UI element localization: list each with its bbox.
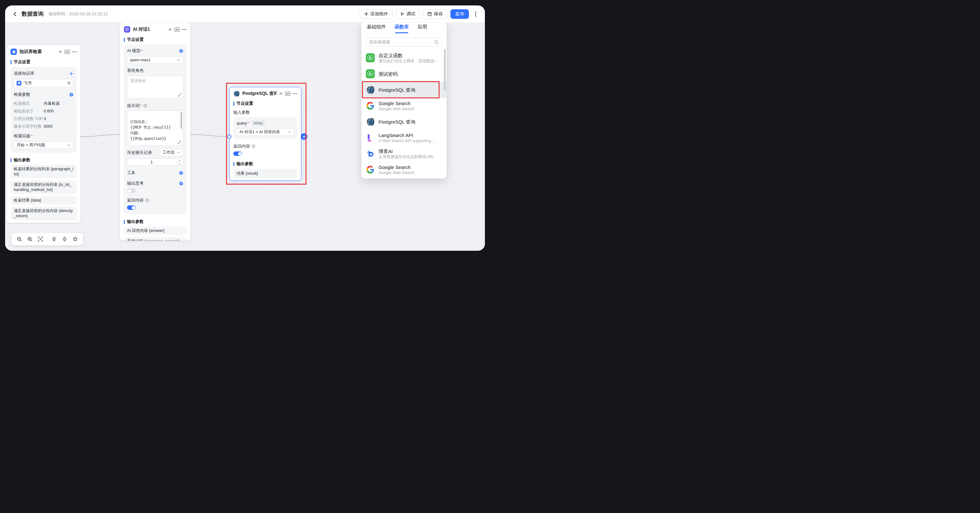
list-item-bocha-ai[interactable]: 博查AI从博查搜索任何信息和网页URL: [361, 146, 447, 162]
search-icon: [434, 40, 439, 45]
save-icon: [428, 12, 432, 16]
debug-button[interactable]: 调试: [396, 9, 420, 19]
zoom-out-button[interactable]: [15, 236, 23, 243]
list-item-google-search[interactable]: Google SearchGoogle Web Search: [361, 98, 447, 114]
query-value-select[interactable]: AI 对话1 > AI 回答内容: [237, 128, 294, 136]
thinking-toggle[interactable]: [127, 188, 136, 193]
prompt-scrollbar[interactable]: [181, 112, 182, 129]
history-rounds-input[interactable]: [127, 160, 176, 164]
node-more-icon[interactable]: [293, 93, 297, 94]
more-menu-button[interactable]: [472, 10, 479, 18]
prompt-input[interactable]: 已知信息: {{MCP 节点.result}} 问题: {{开始.questio…: [127, 110, 183, 146]
bocha-ai-icon: [366, 149, 375, 158]
node-header-actions: all: [279, 92, 297, 96]
chevron-down-icon: [177, 151, 180, 154]
back-button[interactable]: [11, 10, 19, 18]
zoom-in-icon: [27, 236, 33, 242]
section-node-settings: 节点设置: [229, 99, 301, 108]
node-header-actions: all: [168, 27, 186, 32]
fx-icon: fx: [366, 69, 375, 78]
node-more-icon[interactable]: [72, 51, 76, 53]
section-node-settings: 节点设置: [120, 35, 190, 45]
search-input[interactable]: [369, 40, 432, 45]
model-select[interactable]: qwen-max1: [127, 56, 183, 64]
run-data-icon[interactable]: all: [174, 27, 180, 32]
node-knowledge-retrieval[interactable]: 知识库检索 all 节点设置 选择知识库 飞书: [7, 45, 80, 223]
expand-nodes-button[interactable]: [61, 236, 68, 243]
retrieve-params-gear-icon[interactable]: [69, 92, 73, 97]
stepper-down[interactable]: [176, 162, 183, 166]
list-item-test-password[interactable]: fx 测试密码: [361, 66, 447, 82]
output-row: 检索结果的分段列表 {paragraph_list}: [11, 165, 76, 178]
tab-basic-components[interactable]: 基础组件: [367, 24, 386, 33]
node-header: PostgreSQL 查询 all: [229, 87, 301, 99]
history-rounds-field: [127, 158, 183, 166]
list-item-google-search[interactable]: Google SearchGoogle Web Search: [361, 162, 447, 178]
panel-scrollbar[interactable]: [444, 49, 445, 91]
model-settings-gear-icon[interactable]: [179, 49, 183, 53]
arrow-left-icon: [12, 11, 18, 17]
info-icon: [251, 144, 255, 148]
section-outputs: 输出参数: [7, 155, 80, 165]
output-row: 满足直接回答的分段内容 {directly_return}: [11, 207, 76, 220]
return-content-toggle[interactable]: [127, 206, 136, 210]
zoom-in-button[interactable]: [26, 236, 33, 243]
tab-function-library[interactable]: 函数库: [395, 24, 409, 33]
beautify-layout-button[interactable]: [72, 236, 79, 243]
history-label: 历史聊天记录: [127, 150, 152, 156]
thinking-gear-icon[interactable]: [179, 182, 183, 186]
list-item-langsearch-api[interactable]: LangSearch APIA Web Search API supportin…: [361, 130, 447, 146]
collapse-icon[interactable]: [279, 92, 283, 96]
list-item-postgresql-query-highlighted[interactable]: PostgreSQL 查询: [361, 82, 447, 98]
node-postgres-query[interactable]: PostgreSQL 查询 all 节点设置 输入参数 query* strin…: [229, 87, 301, 181]
system-role-input[interactable]: [127, 76, 183, 98]
select-kb-label: 选择知识库: [14, 70, 35, 76]
param-name: query: [237, 121, 247, 126]
return-content-toggle[interactable]: [233, 151, 242, 156]
system-role-box: [127, 76, 183, 99]
play-icon: [400, 12, 404, 16]
tools-label: 工具: [127, 170, 135, 176]
run-data-icon[interactable]: all: [285, 92, 291, 96]
history-mode-select[interactable]: 工作流: [160, 149, 183, 156]
node-title: 知识库检索: [19, 49, 42, 55]
section-node-settings: 节点设置: [7, 57, 80, 67]
add-next-node-button[interactable]: +: [301, 133, 307, 140]
add-kb-icon[interactable]: [69, 72, 73, 76]
kb-chip-icon: [17, 81, 21, 86]
saved-time: 保存时间：2025-03-25 21:22:12: [49, 11, 108, 17]
header-actions: 添加组件 调试 保存 发布: [360, 9, 479, 19]
list-item-custom-function[interactable]: fx 自定义函数通过执行自定义脚本，实现数据处理: [361, 50, 447, 66]
tab-apps[interactable]: 应用: [418, 24, 427, 33]
input-port[interactable]: [227, 134, 231, 139]
question-source-select[interactable]: 开始 > 用户问题: [14, 142, 73, 149]
remove-kb-icon[interactable]: [67, 81, 70, 84]
expand-icon[interactable]: [178, 140, 181, 144]
return-content-label: 返回内容: [233, 143, 250, 149]
collapse-nodes-button[interactable]: [51, 236, 58, 243]
thinking-label: 输出思考: [127, 180, 144, 186]
tools-gear-icon[interactable]: [179, 171, 183, 175]
app-header: 数据查询 保存时间：2025-03-25 21:22:12 添加组件 调试 保存…: [5, 5, 485, 23]
collapse-icon[interactable]: [168, 27, 172, 31]
publish-button[interactable]: 发布: [450, 9, 469, 19]
node-ai-chat[interactable]: AI 对话1 all 节点设置 AI 模型* qwen-max1: [120, 23, 190, 241]
stepper-up[interactable]: [176, 159, 183, 162]
debug-label: 调试: [406, 11, 415, 17]
node-more-icon[interactable]: [182, 29, 186, 30]
fx-icon: fx: [366, 53, 375, 62]
list-item-postgresql-query[interactable]: PostgreSQL 查询: [361, 114, 447, 130]
publish-label: 发布: [455, 11, 464, 17]
output-row: 思考过程 {reasoning_content}: [124, 237, 186, 241]
run-data-icon[interactable]: all: [64, 50, 70, 54]
collapse-icon[interactable]: [59, 50, 62, 54]
output-row: 满足直接回答的分段列表 {is_hit_handling_method_list…: [11, 180, 76, 194]
expand-icon[interactable]: [178, 93, 181, 97]
kb-chip[interactable]: 飞书: [14, 79, 73, 87]
fit-view-button[interactable]: [37, 236, 44, 243]
component-library-panel: 基础组件 函数库 应用 fx 自定义函数通过执行自定义脚本，实现数据处理 fx …: [361, 21, 447, 178]
save-label: 保存: [434, 11, 443, 17]
node-title: AI 对话1: [133, 27, 150, 32]
add-component-button[interactable]: 添加组件: [360, 9, 393, 19]
save-button[interactable]: 保存: [423, 9, 447, 19]
